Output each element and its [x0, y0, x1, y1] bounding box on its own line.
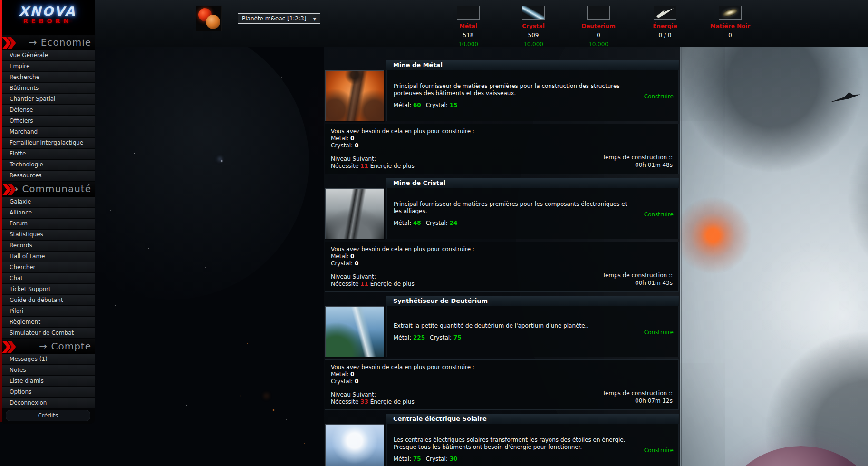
energy-icon: [654, 6, 676, 20]
sidebar-item[interactable]: Technologie: [2, 160, 95, 170]
logo-title: XNOVA: [0, 4, 95, 19]
sidebar-item[interactable]: Hall of Fame: [2, 252, 95, 262]
construction-time: Temps de construction :: 00h 01m 48s: [603, 154, 673, 169]
construction-time: Temps de construction :: 00h 07m 12s: [603, 389, 673, 405]
planet-selector-value: Planéte m&eac [1:2:3]: [242, 15, 306, 22]
resource-capacity: 10.000: [569, 41, 628, 48]
sidebar-item[interactable]: Bâtiments: [2, 83, 95, 93]
content-scrollbar[interactable]: [681, 47, 682, 466]
sidebar-item[interactable]: Messages (1): [2, 354, 95, 364]
sidebar-section-account: → Compte: [0, 339, 95, 354]
resource-dark-matter: Matiére Noir 0: [701, 5, 760, 41]
sidebar-item[interactable]: Alliance: [2, 208, 95, 218]
sidebar-item[interactable]: Simulateur de Combat: [2, 328, 95, 338]
sidebar-item[interactable]: Vue Générale: [2, 50, 95, 60]
double-chevron-icon: [1, 37, 18, 49]
building-description: Principal fournisseur de matières premiè…: [394, 83, 633, 97]
sidebar-item[interactable]: Forum: [2, 219, 95, 229]
resource-capacity: 10.000: [504, 41, 563, 48]
resource-amount: 0: [569, 32, 628, 39]
sidebar-item[interactable]: Guide du débutant: [2, 295, 95, 305]
sidebar-item[interactable]: Ferrailleur Intergalactique: [2, 138, 95, 148]
resource-crystal: Crystal 509 10.000: [504, 5, 563, 48]
buildings-page: Mine de Métal Principal fournisseur de m…: [324, 47, 680, 466]
construction-time: Temps de construction :: 00h 01m 43s: [603, 272, 673, 287]
building-title: Centrale éléctrique Solaire: [386, 414, 679, 424]
chevron-down-icon: ▼: [313, 17, 316, 21]
building-body: Principal fournisseur de matières premiè…: [386, 70, 679, 121]
double-chevron-icon: [1, 340, 18, 353]
account-menu: Messages (1)NotesListe d'amisOptionsDéco…: [0, 354, 95, 408]
planet-selector[interactable]: Planéte m&eac [1:2:3]▼: [238, 13, 320, 24]
building-requirements: Vous avez besoin de cela en plus pour co…: [325, 359, 679, 410]
resource-name: Crystal: [504, 23, 563, 29]
deuterium-icon: [587, 6, 610, 20]
sidebar-item[interactable]: Ressources: [2, 171, 95, 181]
sidebar-item[interactable]: Officiers: [2, 116, 95, 126]
sidebar-item[interactable]: Flotte: [2, 149, 95, 159]
planet-thumbnail[interactable]: [196, 6, 222, 31]
sidebar-item[interactable]: Liste d'amis: [2, 376, 95, 386]
metal-mine-image[interactable]: [325, 70, 384, 121]
resource-name: Deuterium: [569, 23, 628, 29]
sidebar-red-border: [0, 0, 2, 422]
orange-moon-icon: [206, 15, 220, 29]
sidebar-item[interactable]: Chantier Spatial: [2, 94, 95, 104]
solar-plant-image[interactable]: [325, 424, 384, 466]
sidebar-item[interactable]: Déconnexion: [2, 398, 95, 408]
construire-link[interactable]: Construire: [644, 447, 674, 454]
economy-menu: Vue GénéraleEmpireRechercheBâtimentsChan…: [0, 50, 95, 181]
sidebar-item[interactable]: Ticket Support: [2, 284, 95, 294]
sidebar-item[interactable]: Notes: [2, 365, 95, 375]
building-block-metal-mine: Mine de Métal Principal fournisseur de m…: [325, 60, 679, 174]
deuterium-synthesizer-image[interactable]: [325, 306, 384, 357]
metal-icon: [457, 6, 480, 20]
resource-topbar: Planéte m&eac [1:2:3]▼ Métal 518 10.000 …: [95, 0, 868, 47]
sidebar-item[interactable]: Statistiques: [2, 230, 95, 240]
building-block-crystal-mine: Mine de Cristal Principal fournisseur de…: [325, 178, 679, 292]
resource-amount: 0: [701, 32, 760, 39]
requirements-intro: Vous avez besoin de cela en plus pour co…: [331, 246, 673, 253]
resource-name: Énergie: [636, 23, 694, 29]
resource-energy: Énergie 0 / 0: [636, 5, 694, 41]
dark-matter-icon: [719, 6, 742, 20]
crystal-icon: [522, 6, 545, 20]
game-logo[interactable]: XNOVA REBORN: [0, 0, 95, 35]
building-cost: Métal: 60Crystal: 15: [394, 102, 633, 108]
sidebar-item[interactable]: Règlement: [2, 317, 95, 327]
sidebar-item[interactable]: Défense: [2, 105, 95, 115]
sidebar-item[interactable]: Options: [2, 387, 95, 397]
sidebar-section-economy: → Economie: [0, 35, 95, 50]
building-body: Principal fournisseur de matières premiè…: [386, 188, 679, 239]
requirements-intro: Vous avez besoin de cela en plus pour co…: [331, 364, 673, 371]
sidebar-item[interactable]: Recherche: [2, 72, 95, 82]
sidebar-item[interactable]: Records: [2, 241, 95, 251]
building-block-deuterium-synthesizer: Synthétiseur de Deutérium Extrait la pet…: [325, 296, 679, 410]
sidebar-section-community: → Communauté: [0, 182, 95, 197]
construire-link[interactable]: Construire: [644, 211, 674, 218]
resource-capacity: 10.000: [439, 41, 498, 48]
building-title: Mine de Cristal: [386, 178, 679, 188]
building-title: Synthétiseur de Deutérium: [386, 296, 679, 306]
building-cost: Métal: 75Crystal: 30: [394, 456, 633, 462]
resource-metal: Métal 518 10.000: [439, 5, 498, 48]
sidebar-item[interactable]: Empire: [2, 61, 95, 71]
building-title: Mine de Métal: [386, 60, 679, 70]
credits-button[interactable]: Crédits: [6, 410, 90, 421]
crystal-mine-image[interactable]: [325, 188, 384, 239]
sidebar-item[interactable]: Galaxie: [2, 197, 95, 207]
resource-deuterium: Deuterium 0 10.000: [569, 5, 628, 48]
resource-amount: 509: [504, 32, 563, 39]
building-block-solar-plant: Centrale éléctrique Solaire Les centrale…: [325, 414, 679, 466]
sidebar-item[interactable]: Marchand: [2, 127, 95, 137]
building-cost: Métal: 225Crystal: 75: [394, 334, 633, 341]
resource-name: Matiére Noir: [701, 23, 760, 29]
building-description: Principal fournisseur de matières premiè…: [394, 201, 633, 215]
sidebar-item[interactable]: Pilori: [2, 306, 95, 316]
building-cost: Métal: 48Crystal: 24: [394, 220, 633, 226]
construire-link[interactable]: Construire: [644, 329, 674, 336]
sidebar-item[interactable]: Chat: [2, 273, 95, 283]
construire-link[interactable]: Construire: [644, 93, 674, 100]
double-chevron-icon: [1, 183, 18, 196]
sidebar-item[interactable]: Chercher: [2, 262, 95, 272]
